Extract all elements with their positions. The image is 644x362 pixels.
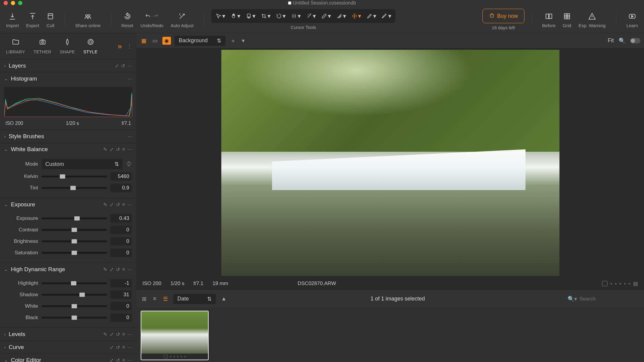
panel-expand-icon[interactable]: ⤢ xyxy=(115,63,119,69)
add-icon[interactable]: ＋ xyxy=(229,36,237,46)
panel-whitebalance-header[interactable]: ⌄ White Balance ✎⤢↺≡⋯ xyxy=(0,143,136,156)
zoom-icon[interactable]: 🔍 xyxy=(617,36,626,45)
loupe-tool[interactable]: ▾ xyxy=(245,11,256,21)
browser-grid-icon[interactable]: ⊞ xyxy=(141,294,148,303)
eraser-tool[interactable]: ▾ xyxy=(321,11,332,21)
black-slider[interactable] xyxy=(42,317,107,319)
expand-tabs[interactable]: » xyxy=(115,42,124,51)
cull-button[interactable]: Cull xyxy=(43,10,57,29)
view-grid-icon[interactable]: ▦ xyxy=(140,36,148,45)
panel-expand-icon[interactable]: ⤢ xyxy=(110,147,114,152)
crop-tool[interactable]: ▾ xyxy=(260,11,271,21)
browser-list-icon[interactable]: ≡ xyxy=(152,294,158,303)
panel-reset-icon[interactable]: ↺ xyxy=(121,63,125,69)
heal-tool[interactable]: ▾ xyxy=(351,11,362,21)
tab-tether[interactable]: TETHER xyxy=(29,37,56,56)
exposure-slider[interactable] xyxy=(42,218,107,219)
panel-menu-icon[interactable]: ⋯ xyxy=(127,357,132,362)
pointer-tool[interactable]: ▾ xyxy=(215,11,226,21)
list-icon[interactable]: ≡ xyxy=(122,332,125,337)
panel-histogram-header[interactable]: ⌄ Histogram ⋯ xyxy=(0,72,136,85)
shadow-slider[interactable] xyxy=(42,294,107,296)
list-icon[interactable]: ≡ xyxy=(122,345,125,350)
tabs-menu[interactable]: ⋮ xyxy=(124,43,135,49)
panel-reset-icon[interactable]: ↺ xyxy=(116,267,120,272)
rotate-tool[interactable]: ▾ xyxy=(275,11,286,21)
panel-exposure-header[interactable]: ⌄ Exposure ✎⤢↺≡⋯ xyxy=(0,198,136,211)
view-single-icon[interactable]: ▭ xyxy=(151,36,159,45)
list-icon[interactable]: ≡ xyxy=(122,202,125,208)
white-slider[interactable] xyxy=(42,305,107,307)
edit-icon[interactable]: ✎ xyxy=(103,147,107,152)
panel-menu-icon[interactable]: ⋯ xyxy=(127,345,132,350)
panel-reset-icon[interactable]: ↺ xyxy=(116,332,120,337)
panel-stylebrushes-header[interactable]: › Style Brushes ⋯ xyxy=(0,130,136,143)
browser-filmstrip-icon[interactable]: ☰ xyxy=(162,294,169,303)
import-button[interactable]: Import xyxy=(3,10,22,29)
tab-style[interactable]: STYLE xyxy=(79,37,102,56)
sort-select[interactable]: Date⇅ xyxy=(173,294,216,304)
panel-menu-icon[interactable]: ⋯ xyxy=(127,332,132,337)
brightness-slider[interactable] xyxy=(42,240,107,242)
tint-slider[interactable] xyxy=(42,187,107,189)
grid-button[interactable]: Grid xyxy=(560,10,574,29)
learn-button[interactable]: Learn xyxy=(623,10,641,29)
list-icon[interactable]: ≡ xyxy=(122,147,125,152)
canvas[interactable] xyxy=(136,48,644,278)
panel-expand-icon[interactable]: ⤢ xyxy=(110,202,114,208)
reset-button[interactable]: Reset xyxy=(118,10,136,29)
edit-icon[interactable]: ✎ xyxy=(103,267,107,272)
panel-hdr-header[interactable]: ⌄ High Dynamic Range ✎⤢↺≡⋯ xyxy=(0,263,136,276)
export-button[interactable]: Export xyxy=(23,10,42,29)
panel-menu-icon[interactable]: ⋯ xyxy=(127,63,132,69)
draw-tool[interactable]: ▾ xyxy=(366,11,377,21)
panel-menu-icon[interactable]: ⋯ xyxy=(127,202,132,208)
panel-menu-icon[interactable]: ⋯ xyxy=(127,267,132,272)
list-icon[interactable]: ≡ xyxy=(122,357,125,362)
undoredo-button[interactable]: Undo/Redo xyxy=(137,10,166,29)
keystone-tool[interactable]: ▾ xyxy=(290,11,301,21)
panel-coloreditor-header[interactable]: ⌄ Color Editor ⤢↺≡⋯ xyxy=(0,354,136,362)
tab-library[interactable]: LIBRARY xyxy=(2,37,29,56)
panel-menu-icon[interactable]: ⋯ xyxy=(127,134,132,139)
panel-reset-icon[interactable]: ↺ xyxy=(116,147,120,152)
sort-asc-icon[interactable]: ▲ xyxy=(220,294,228,303)
panel-layers-header[interactable]: › Layers ⤢↺⋯ xyxy=(0,59,136,72)
tint-value[interactable]: 0.9 xyxy=(111,184,132,192)
kelvin-slider[interactable] xyxy=(42,176,107,177)
before-button[interactable]: Before xyxy=(539,10,559,29)
view-proof-icon[interactable]: ◉ xyxy=(162,37,171,45)
panel-curve-header[interactable]: › Curve ⤢↺≡⋯ xyxy=(0,341,136,354)
spot-tool[interactable]: ▾ xyxy=(306,11,316,21)
wb-mode-select[interactable]: Custom⇅ xyxy=(42,159,123,169)
tab-shape[interactable]: SHAPE xyxy=(56,37,79,56)
panel-reset-icon[interactable]: ↺ xyxy=(116,345,120,350)
exp-warning-button[interactable]: Exp. Warning xyxy=(575,10,608,29)
kelvin-value[interactable]: 5460 xyxy=(111,172,132,181)
highlight-slider[interactable] xyxy=(42,282,107,284)
panel-expand-icon[interactable]: ⤢ xyxy=(110,345,114,350)
contrast-slider[interactable] xyxy=(42,229,107,231)
saturation-slider[interactable] xyxy=(42,252,107,254)
search-input[interactable] xyxy=(579,296,640,302)
metadata-icon[interactable]: ▤ xyxy=(633,281,638,287)
list-icon[interactable]: ≡ xyxy=(122,267,125,272)
panel-expand-icon[interactable]: ⤢ xyxy=(110,332,114,337)
hand-tool[interactable]: ▾ xyxy=(230,11,241,21)
panel-expand-icon[interactable]: ⤢ xyxy=(110,357,114,362)
maximize-window[interactable] xyxy=(18,1,22,5)
thumbnail[interactable] xyxy=(141,311,209,360)
zoom-toggle[interactable] xyxy=(630,38,640,43)
panel-levels-header[interactable]: › Levels ✎⤢↺≡⋯ xyxy=(0,328,136,341)
gradient-tool[interactable]: ▾ xyxy=(336,11,347,21)
panel-menu-icon[interactable]: ⋯ xyxy=(127,147,132,152)
panel-reset-icon[interactable]: ↺ xyxy=(116,202,120,208)
buy-now-button[interactable]: Buy now xyxy=(482,9,524,23)
minimize-window[interactable] xyxy=(11,1,15,5)
autoadjust-button[interactable]: Auto Adjust xyxy=(168,10,197,29)
rating-bar[interactable]: ▤ xyxy=(602,281,638,287)
panel-menu-icon[interactable]: ⋯ xyxy=(127,76,132,82)
panel-reset-icon[interactable]: ↺ xyxy=(116,357,120,362)
panel-expand-icon[interactable]: ⤢ xyxy=(110,267,114,272)
edit-icon[interactable]: ✎ xyxy=(103,202,107,208)
